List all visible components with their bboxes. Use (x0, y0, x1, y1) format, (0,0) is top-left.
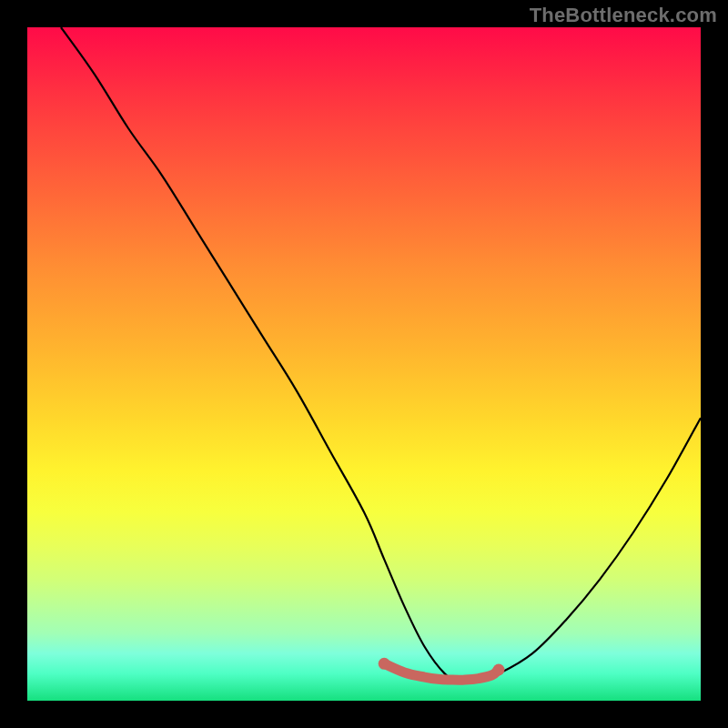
flat-zone-marker (384, 663, 499, 680)
watermark-text: TheBottleneck.com (530, 4, 717, 27)
chart-frame: TheBottleneck.com (0, 0, 728, 728)
curve-svg (27, 27, 701, 701)
marker-end-dot (379, 658, 390, 670)
marker-end-dot (493, 664, 505, 676)
bottleneck-curve (61, 27, 701, 682)
plot-area (27, 27, 701, 701)
